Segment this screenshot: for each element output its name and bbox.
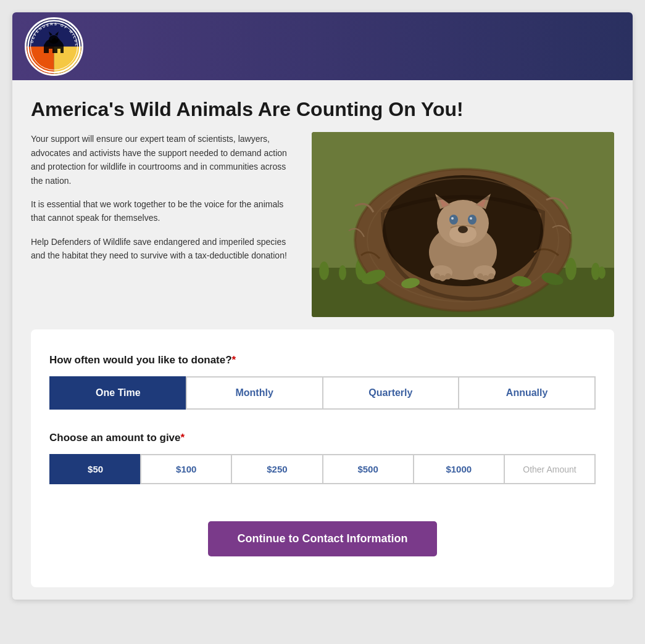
logo: DEFENDERS OF WILDLIFE <box>25 17 83 76</box>
body-paragraph-3: Help Defenders of Wildlife save endanger… <box>31 235 293 263</box>
body-paragraph-2: It is essential that we work together to… <box>31 197 293 225</box>
header: DEFENDERS OF WILDLIFE <box>12 12 633 80</box>
frequency-one-time[interactable]: One Time <box>49 376 186 410</box>
svg-point-39 <box>477 273 483 279</box>
amount-1000[interactable]: $1000 <box>413 454 504 484</box>
frequency-label: How often would you like to donate?* <box>49 354 596 366</box>
svg-point-36 <box>434 273 440 279</box>
svg-point-9 <box>319 262 329 280</box>
wolf-image-column <box>312 132 614 317</box>
wolf-image <box>312 132 614 317</box>
svg-point-28 <box>451 217 454 220</box>
frequency-buttons: One Time Monthly Quarterly Annually <box>49 376 596 410</box>
svg-point-41 <box>488 273 494 279</box>
svg-point-27 <box>468 215 476 225</box>
svg-point-17 <box>598 266 605 279</box>
body-paragraph-1: Your support will ensure our expert team… <box>31 132 293 188</box>
amount-250[interactable]: $250 <box>231 454 322 484</box>
amount-other[interactable]: Other Amount <box>504 454 596 484</box>
svg-point-38 <box>445 273 451 279</box>
svg-point-25 <box>458 226 468 233</box>
amount-label: Choose an amount to give* <box>49 432 596 444</box>
frequency-annually[interactable]: Annually <box>458 376 596 410</box>
svg-point-10 <box>339 265 346 280</box>
amount-500[interactable]: $500 <box>322 454 413 484</box>
content-area: America's Wild Animals Are Counting On Y… <box>12 80 633 600</box>
amount-buttons: $50 $100 $250 $500 $1000 Other Amount <box>49 454 596 484</box>
svg-point-29 <box>470 217 472 220</box>
continue-button[interactable]: Continue to Contact Information <box>208 521 438 556</box>
svg-point-1 <box>49 35 59 44</box>
continue-section: Continue to Contact Information <box>49 521 596 556</box>
frequency-monthly[interactable]: Monthly <box>186 376 322 410</box>
amount-required: * <box>181 432 185 444</box>
frequency-quarterly[interactable]: Quarterly <box>322 376 459 410</box>
logo-inner: DEFENDERS OF WILDLIFE <box>27 19 81 74</box>
svg-point-26 <box>449 215 458 225</box>
page-wrapper: DEFENDERS OF WILDLIFE America's Wild Ani… <box>12 12 633 600</box>
svg-point-37 <box>439 275 446 281</box>
two-column-layout: Your support will ensure our expert team… <box>31 132 614 317</box>
svg-point-40 <box>483 275 489 281</box>
frequency-required: * <box>232 354 236 366</box>
donation-card: How often would you like to donate?* One… <box>31 329 614 587</box>
page-title: America's Wild Animals Are Counting On Y… <box>31 97 614 121</box>
text-column: Your support will ensure our expert team… <box>31 132 293 272</box>
amount-100[interactable]: $100 <box>140 454 231 484</box>
amount-50[interactable]: $50 <box>49 454 140 484</box>
